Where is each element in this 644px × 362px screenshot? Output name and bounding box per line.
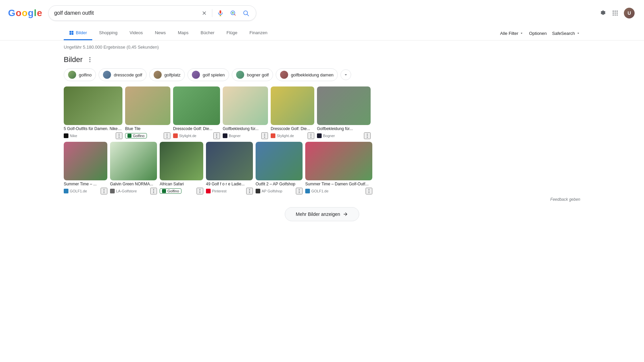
source-more-9[interactable] [197,188,203,194]
search-input[interactable] [54,10,197,16]
source-more-11[interactable] [296,188,303,194]
tab-maps[interactable]: Maps [172,26,194,40]
lens-search-button[interactable] [228,8,238,18]
tab-bilder[interactable]: Bilder [64,26,92,40]
chip-avatar-golf-spielen [192,71,200,79]
svg-point-25 [119,134,120,135]
image-source-4: Bogner [223,132,268,139]
image-card-9[interactable]: African Safari Golfino [160,142,203,194]
source-more-7[interactable] [101,188,107,194]
image-source-6: Bogner [317,132,371,139]
google-logo[interactable]: Google [8,8,42,18]
image-source-5: Stylight.de [271,132,314,139]
svg-point-52 [249,189,250,190]
svg-point-22 [90,57,91,58]
svg-rect-18 [69,31,71,33]
feedback-link[interactable]: Feedback geben [550,197,580,202]
show-more-row: Mehr Bilder anzeigen [64,207,580,221]
clear-button[interactable] [200,9,209,17]
image-card-8[interactable]: Galvin Green NORMA... LA-Golfstore [110,142,157,194]
svg-point-23 [90,59,91,60]
image-card-1[interactable]: 5 Golf-Outfits für Damen. Nike DE Nike [64,86,122,139]
show-more-button[interactable]: Mehr Bilder anzeigen [285,207,359,221]
svg-point-33 [216,137,217,138]
svg-point-17 [616,14,618,15]
image-card-10[interactable]: 49 Golf f o r e Ladie... Pinterest [206,142,253,194]
chip-golfbekleidung[interactable]: golfbekleidung damen [276,68,338,81]
chip-avatar-golfino [68,71,76,79]
feedback-row: Feedback geben [64,197,580,202]
image-source-9: Golfino [160,188,203,194]
source-more-1[interactable] [116,132,122,139]
svg-point-58 [369,189,370,190]
source-more-2[interactable] [164,132,170,139]
favicon-nike [64,133,68,138]
tab-fluege[interactable]: Flüge [221,26,243,40]
account-button[interactable]: U [623,6,636,20]
image-card-6[interactable]: Golfbekleidung für... Bogner [317,86,371,139]
svg-point-50 [200,191,201,192]
image-label-3: Dresscode Golf: Die... [173,126,220,131]
favicon-stylight-2 [271,133,275,138]
svg-point-57 [299,192,300,193]
divider [212,9,212,17]
optionen-button[interactable]: Optionen [529,31,547,36]
chip-golf-spielen[interactable]: golf spielen [187,68,229,81]
image-card-12[interactable]: Summer Time – Damen Golf-Outf... GOLF1.d… [305,142,372,194]
settings-button[interactable] [598,8,608,18]
search-icon-group [200,8,251,18]
image-source-8: LA-Golfstore [110,188,157,194]
svg-point-54 [249,192,250,193]
chip-golfplatz[interactable]: golfplatz [149,68,185,81]
badge-icon-9 [162,189,166,193]
chip-avatar-golfbekleidung [280,71,288,79]
source-more-6[interactable] [364,132,371,139]
svg-point-26 [119,135,120,136]
chips-row: golfino dresscode golf golfplatz golf sp… [64,68,580,81]
source-more-12[interactable] [366,188,372,194]
source-more-4[interactable] [261,132,268,139]
apps-button[interactable] [610,8,620,18]
search-button[interactable] [241,8,251,18]
chip-dresscode-golf[interactable]: dresscode golf [99,68,147,81]
tab-news[interactable]: News [150,26,171,40]
source-more-3[interactable] [213,132,220,139]
image-card-7[interactable]: Summer Time – ... GOLF1.de [64,142,107,194]
chip-golfino[interactable]: golfino [64,68,96,81]
svg-point-51 [200,192,201,193]
image-card-11[interactable]: Outfit 2 – AP Golfshop AP Golfshop [256,142,303,194]
alle-filter-button[interactable]: Alle Filter [500,31,524,36]
chip-bogner-golf[interactable]: bogner golf [232,68,273,81]
favicon-bogner-1 [223,133,227,138]
chips-expand-button[interactable] [340,69,351,80]
image-card-2[interactable]: Blue Tile Golfino [125,86,170,139]
image-card-4[interactable]: Golfbekleidung für... Bogner [223,86,268,139]
tab-shopping[interactable]: Shopping [94,26,123,40]
result-stats: Ungefähr 5.180.000 Ergebnisse (0,45 Seku… [64,45,580,50]
tab-buecher[interactable]: Bücher [195,26,220,40]
svg-point-24 [90,61,91,62]
image-card-5[interactable]: Dresscode Golf: Die... Stylight.de [271,86,314,139]
tab-finanzen[interactable]: Finanzen [244,26,273,40]
image-label-4: Golfbekleidung für... [223,126,268,131]
bilder-header: Bilder [64,55,580,64]
source-more-5[interactable] [308,132,314,139]
svg-point-29 [167,135,168,136]
svg-rect-6 [232,12,234,14]
svg-point-59 [369,191,370,192]
svg-point-13 [614,12,615,13]
image-source-3: Stylight.de [173,132,220,139]
image-card-3[interactable]: Dresscode Golf: Die... Stylight.de [173,86,220,139]
chip-avatar-golfplatz [154,71,162,79]
voice-search-button[interactable] [216,8,225,18]
image-label-10: 49 Golf f o r e Ladie... [206,182,253,186]
svg-point-41 [367,135,368,136]
source-more-10[interactable] [246,188,253,194]
bilder-more-options[interactable] [85,55,95,64]
svg-rect-20 [69,33,71,35]
source-more-8[interactable] [150,188,157,194]
svg-point-34 [264,134,265,135]
svg-point-14 [616,12,618,13]
tab-videos[interactable]: Videos [124,26,148,40]
safesearch-button[interactable]: SafeSearch [552,31,580,36]
